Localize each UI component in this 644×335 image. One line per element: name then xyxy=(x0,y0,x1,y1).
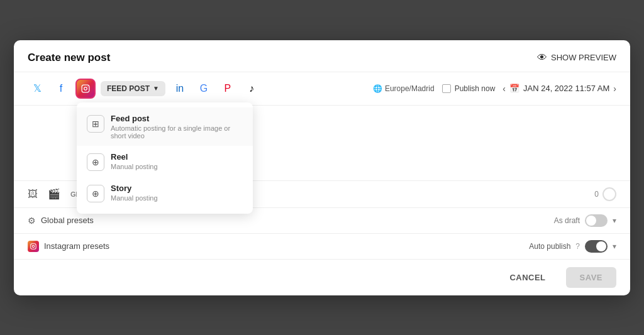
date-navigation: ‹ 📅 JAN 24, 2022 11:57 AM › xyxy=(502,84,616,94)
instagram-presets-label: Instagram presets xyxy=(44,241,109,251)
feed-post-option-desc: Automatic posting for a single image or … xyxy=(111,124,243,140)
feed-post-button[interactable]: FEED POST ▼ xyxy=(101,81,165,96)
video-icon: 🎬 xyxy=(48,188,60,200)
auto-publish-toggle-knob xyxy=(596,241,606,251)
date-label: JAN 24, 2022 11:57 AM xyxy=(523,84,609,93)
reel-option-title: Reel xyxy=(111,152,158,162)
timezone-display: 🌐 Europe/Madrid xyxy=(373,84,435,93)
dropdown-item-feed-post[interactable]: ⊞ Feed post Automatic posting for a sing… xyxy=(77,107,253,146)
tiktok-icon[interactable]: ♪ xyxy=(242,79,261,98)
gear-icon: ⚙ xyxy=(28,216,36,226)
prev-date-button[interactable]: ‹ xyxy=(502,84,506,94)
timezone-label: Europe/Madrid xyxy=(385,84,435,93)
svg-point-1 xyxy=(84,87,87,90)
feed-post-label: FEED POST xyxy=(107,84,150,93)
instagram-preset-icon xyxy=(28,241,39,252)
facebook-icon[interactable]: f xyxy=(52,79,70,98)
as-draft-toggle[interactable] xyxy=(585,214,608,227)
global-presets-label: Global presets xyxy=(41,216,94,225)
image-tool[interactable]: 🖼 xyxy=(28,189,38,200)
dropdown-item-story[interactable]: ⊕ Story Manual posting xyxy=(77,177,253,209)
toolbar-right: 🌐 Europe/Madrid Publish now ‹ 📅 JAN 24, … xyxy=(373,84,616,94)
pinterest-icon[interactable]: P xyxy=(218,79,237,98)
auto-publish-label: Auto publish xyxy=(529,242,570,251)
feed-post-option-title: Feed post xyxy=(111,114,243,123)
gmb-icon[interactable]: G xyxy=(194,79,213,98)
global-presets-label-wrap: ⚙ Global presets xyxy=(28,216,94,226)
auto-publish-help-icon[interactable]: ? xyxy=(575,242,580,251)
eye-icon: 👁 xyxy=(537,52,547,63)
create-post-modal: Create new post 👁 SHOW PREVIEW 𝕏 f FEED … xyxy=(14,40,630,295)
svg-point-4 xyxy=(32,245,34,247)
show-preview-button[interactable]: 👁 SHOW PREVIEW xyxy=(537,52,616,63)
calendar-icon: 📅 xyxy=(509,84,519,93)
char-count-circle xyxy=(602,187,616,201)
feed-post-option-icon: ⊞ xyxy=(87,115,104,133)
chevron-down-icon: ▼ xyxy=(153,85,159,92)
globe-icon: 🌐 xyxy=(373,84,382,93)
instagram-presets-chevron-icon[interactable]: ▾ xyxy=(613,242,616,251)
char-count-value: 0 xyxy=(594,190,599,199)
global-presets-chevron-icon[interactable]: ▾ xyxy=(613,216,616,225)
char-count-area: 0 xyxy=(594,187,616,201)
reel-option-desc: Manual posting xyxy=(111,163,158,170)
as-draft-label: As draft xyxy=(554,216,580,225)
svg-rect-0 xyxy=(82,85,89,92)
svg-rect-3 xyxy=(31,243,36,248)
svg-point-5 xyxy=(35,244,35,245)
instagram-presets-right: Auto publish ? ▾ xyxy=(529,240,616,253)
story-option-desc: Manual posting xyxy=(111,194,158,202)
post-toolbar: 𝕏 f FEED POST ▼ in G P ♪ 🌐 Europe/Madrid… xyxy=(14,72,630,106)
svg-point-2 xyxy=(87,86,88,87)
auto-publish-toggle[interactable] xyxy=(585,240,608,253)
instagram-presets-label-wrap: Instagram presets xyxy=(28,241,109,252)
modal-footer: CANCEL SAVE xyxy=(14,260,630,295)
story-option-icon: ⊕ xyxy=(87,185,104,202)
feed-post-dropdown: ⊞ Feed post Automatic posting for a sing… xyxy=(77,102,253,214)
modal-header: Create new post 👁 SHOW PREVIEW xyxy=(14,40,630,72)
instagram-presets-row: Instagram presets Auto publish ? ▾ xyxy=(14,234,630,260)
publish-now-label: Publish now xyxy=(455,84,496,93)
publish-now-checkbox[interactable] xyxy=(442,84,451,93)
dropdown-item-reel[interactable]: ⊕ Reel Manual posting xyxy=(77,146,253,177)
linkedin-icon[interactable]: in xyxy=(170,79,189,98)
reel-option-icon: ⊕ xyxy=(87,153,104,171)
story-option-title: Story xyxy=(111,184,158,193)
instagram-icon[interactable] xyxy=(75,79,96,99)
twitter-icon[interactable]: 𝕏 xyxy=(28,79,47,98)
show-preview-label: SHOW PREVIEW xyxy=(551,53,616,62)
modal-title: Create new post xyxy=(28,52,110,64)
publish-now-wrap: Publish now xyxy=(442,84,496,93)
video-tool[interactable]: 🎬 xyxy=(48,188,60,200)
next-date-button[interactable]: › xyxy=(613,84,616,94)
global-presets-right: As draft ▾ xyxy=(554,214,616,227)
cancel-button[interactable]: CANCEL xyxy=(496,267,559,288)
toggle-knob xyxy=(586,216,596,226)
save-button[interactable]: SAVE xyxy=(566,267,616,288)
image-icon: 🖼 xyxy=(28,189,38,200)
